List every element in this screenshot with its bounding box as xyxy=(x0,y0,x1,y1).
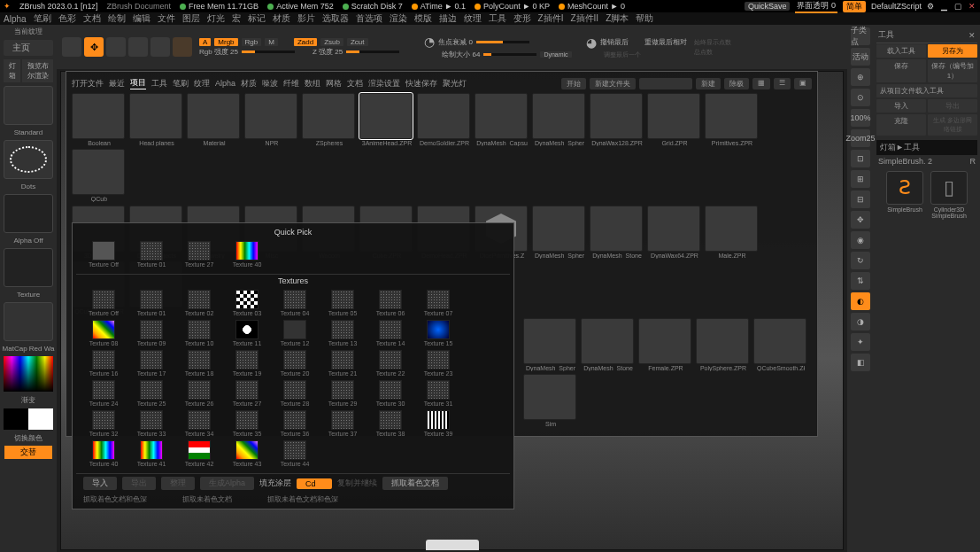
cd-button[interactable]: Cd xyxy=(297,478,332,489)
grab-doc-button[interactable]: 抓取着色文档 xyxy=(382,477,448,490)
texture-Texture 36[interactable]: Texture 36 xyxy=(274,410,315,437)
rightbar-icon-5[interactable]: Zoom25 xyxy=(851,129,870,147)
texture-Texture 17[interactable]: Texture 17 xyxy=(131,350,172,377)
menu-图层[interactable]: 图层 xyxy=(182,12,200,25)
project-thumb[interactable]: Material xyxy=(187,93,242,146)
lightbox-tab-材质[interactable]: 材质 xyxy=(241,78,257,89)
texture-Texture 24[interactable]: Texture 24 xyxy=(83,380,124,407)
texture-Texture 02[interactable]: Texture 02 xyxy=(179,290,220,316)
rotate-mode-icon[interactable] xyxy=(150,37,170,57)
texture-Texture 35[interactable]: Texture 35 xyxy=(227,410,267,437)
texture-Texture 03[interactable]: Texture 03 xyxy=(227,290,267,316)
texture-Texture 04[interactable]: Texture 04 xyxy=(274,290,315,316)
menu-纹理[interactable]: 纹理 xyxy=(464,12,482,25)
texture-Texture 34[interactable]: Texture 34 xyxy=(179,410,220,437)
m-tag[interactable]: M xyxy=(265,38,278,46)
gizmo-icon[interactable] xyxy=(173,37,192,57)
zsub-tag[interactable]: Zsub xyxy=(320,38,343,46)
menu-灯光[interactable]: 灯光 xyxy=(207,12,225,25)
menu-文档[interactable]: 文档 xyxy=(83,12,101,25)
texture-swatch[interactable] xyxy=(4,248,53,287)
lightbox-newfolder-button[interactable]: 新建文件夹 xyxy=(590,78,636,89)
import-project-tools-button[interactable]: 从项目文件载入工具 xyxy=(876,84,977,97)
project-thumb[interactable]: 3AnimeHead.ZPR xyxy=(359,93,414,146)
load-tool-button[interactable]: 载入工具 xyxy=(876,44,926,58)
project-thumb[interactable]: DynaMesh_Capsu xyxy=(475,93,529,146)
make-polymesh-button[interactable]: 生成 多边形网络链接 xyxy=(928,114,977,136)
lightbox-button[interactable]: 灯箱 xyxy=(4,59,20,82)
texture-Texture 41[interactable]: Texture 41 xyxy=(131,440,172,467)
rightbar-icon-6[interactable]: ⊡ xyxy=(851,150,870,167)
menu-笔刷[interactable]: 笔刷 xyxy=(34,12,51,25)
alpha-swatch[interactable] xyxy=(4,194,53,233)
lightbox-tab-项目[interactable]: 项目 xyxy=(130,77,146,89)
rightbar-icon-10[interactable]: ◉ xyxy=(851,231,870,249)
swap-button[interactable]: 交替 xyxy=(4,446,52,459)
menu-选取器[interactable]: 选取器 xyxy=(322,12,349,25)
texture-Texture 20[interactable]: Texture 20 xyxy=(274,350,315,377)
texture-Texture 16[interactable]: Texture 16 xyxy=(83,350,124,377)
menu-文件[interactable]: 文件 xyxy=(158,12,175,25)
stroke-swatch[interactable] xyxy=(4,140,53,179)
texture-Texture 01[interactable]: Texture 01 xyxy=(131,290,172,316)
texture-Texture 32[interactable]: Texture 32 xyxy=(83,410,124,437)
rightbar-icon-12[interactable]: ⇅ xyxy=(851,272,870,290)
menu-模版[interactable]: 模版 xyxy=(414,12,432,25)
project-thumb[interactable]: DynaMesh_Spher xyxy=(523,318,578,371)
texture-Texture 05[interactable]: Texture 05 xyxy=(322,290,363,316)
export-button[interactable]: 导出 xyxy=(928,99,977,113)
view-grid-icon[interactable]: ▦ xyxy=(752,78,770,89)
settings-icon[interactable]: ⚙ xyxy=(927,2,934,11)
rightbar-icon-9[interactable]: ✥ xyxy=(851,211,870,229)
save-as-button[interactable]: 另存为 xyxy=(928,44,977,58)
scale-mode-icon[interactable] xyxy=(128,37,148,57)
lightbox-tab-Alpha[interactable]: Alpha xyxy=(215,79,235,88)
lightbox-tab-文档[interactable]: 文档 xyxy=(347,78,363,89)
view-large-icon[interactable]: ▣ xyxy=(794,78,812,89)
rightbar-icon-15[interactable]: ✦ xyxy=(851,333,870,351)
opacity-slider[interactable]: 界面透明 0 xyxy=(795,0,837,13)
default-zscript[interactable]: DefaultZScript xyxy=(871,2,922,11)
close-icon[interactable]: ✕ xyxy=(968,2,976,11)
lightbox-tab-笔刷[interactable]: 笔刷 xyxy=(173,78,189,89)
texture-Texture 10[interactable]: Texture 10 xyxy=(179,320,220,346)
rightbar-icon-4[interactable]: 100% xyxy=(851,109,870,127)
simple-mode-button[interactable]: 简单 xyxy=(843,1,866,12)
texture-Texture 22[interactable]: Texture 22 xyxy=(370,350,411,377)
tool-cylinder3d[interactable]: ▯ Cylinder3D SimpleBrush xyxy=(929,171,969,219)
texture-Texture 43[interactable]: Texture 43 xyxy=(227,440,267,467)
rightbar-icon-14[interactable]: ◑ xyxy=(851,313,870,330)
texture-Texture 38[interactable]: Texture 38 xyxy=(370,410,411,437)
project-thumb[interactable]: DynaMesh_Spher xyxy=(532,206,587,259)
texture-Texture 44[interactable]: Texture 44 xyxy=(274,440,315,467)
lightbox-tab-最近[interactable]: 最近 xyxy=(109,78,125,89)
menu-Alpha[interactable]: Alpha xyxy=(4,14,27,24)
rgb-tag[interactable]: Rgb xyxy=(242,38,262,46)
project-thumb[interactable]: DynaWax64.ZPR xyxy=(647,206,702,259)
texture-Texture 11[interactable]: Texture 11 xyxy=(227,320,267,346)
lightbox-start-button[interactable]: 开始 xyxy=(561,78,586,89)
rightbar-icon-11[interactable]: ↻ xyxy=(851,252,870,269)
move-mode-icon[interactable] xyxy=(106,37,126,57)
rightbar-icon-7[interactable]: ⊞ xyxy=(851,170,870,188)
project-thumb[interactable]: QCub xyxy=(72,149,127,202)
save-button[interactable]: 保存 xyxy=(876,59,926,82)
tex-manage-button[interactable]: 整理 xyxy=(161,477,195,490)
clone-button[interactable]: 克隆 xyxy=(876,114,926,136)
texture-Texture 28[interactable]: Texture 28 xyxy=(274,380,315,407)
texture-Texture 30[interactable]: Texture 30 xyxy=(370,380,411,407)
project-thumb[interactable]: DynaMesh_Stone xyxy=(581,318,636,371)
z-intensity-slider[interactable] xyxy=(346,51,399,53)
draw-mode-icon[interactable]: ✥ xyxy=(84,37,104,57)
texture-Texture 33[interactable]: Texture 33 xyxy=(131,410,172,437)
mrgb-tag[interactable]: Mrgb xyxy=(214,38,237,46)
texture-Texture 31[interactable]: Texture 31 xyxy=(418,380,459,407)
project-thumb[interactable]: Head planes xyxy=(129,93,184,146)
grab-unshaded-depth[interactable]: 抓取未着色文档和色深 xyxy=(267,494,338,504)
project-thumb[interactable]: DemoSoldier.ZPR xyxy=(417,93,472,146)
switch-color-label[interactable]: 切换颜色 xyxy=(2,433,55,443)
project-thumb[interactable]: DynaMesh_Spher xyxy=(532,93,587,146)
project-thumb[interactable]: DynaWax128.ZPR xyxy=(590,93,644,146)
rightbar-icon-1[interactable]: 活动 xyxy=(851,48,870,66)
import-button[interactable]: 导入 xyxy=(876,99,926,113)
